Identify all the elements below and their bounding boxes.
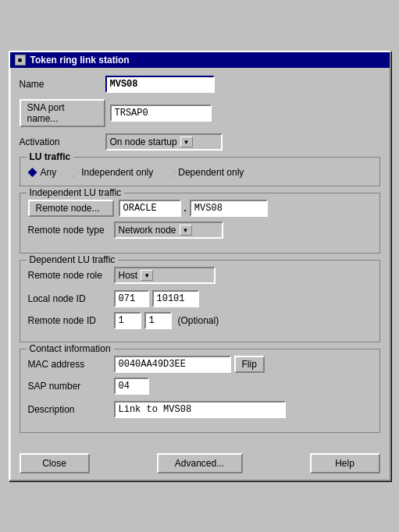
name-label: Name — [20, 79, 105, 90]
sap-label: SAP number — [28, 381, 114, 392]
remote-node-type-dropdown[interactable]: Network node ▼ — [114, 222, 223, 239]
remote-node-type-value: Network node — [119, 225, 176, 236]
dependent-lu-label: Dependent LU traffic — [27, 254, 119, 265]
contact-group: Contact information MAC address Flip SAP… — [20, 349, 380, 433]
remote-node-type-row: Remote node type Network node ▼ — [28, 222, 372, 239]
sna-port-row: SNA port name... — [20, 99, 380, 127]
lu-traffic-label: LU traffic — [27, 151, 74, 162]
independent-label: Independent only — [81, 167, 153, 178]
local-node-id-row: Local node ID — [28, 290, 372, 307]
advanced-button[interactable]: Advanced... — [157, 453, 243, 473]
dependent-option[interactable]: Dependent only — [166, 167, 244, 178]
local-node-id-input1[interactable] — [114, 290, 149, 307]
window-icon[interactable]: ■ — [15, 55, 26, 66]
any-option[interactable]: Any — [28, 167, 57, 178]
flip-button[interactable]: Flip — [234, 356, 265, 373]
lu-traffic-group: LU traffic Any Independent only Dependen… — [20, 157, 380, 186]
remote-node-input2[interactable] — [190, 200, 268, 217]
mac-label: MAC address — [28, 359, 114, 370]
remote-node-role-label: Remote node role — [28, 270, 114, 281]
mac-input[interactable] — [114, 356, 231, 373]
title-bar-left: ■ Token ring link station — [15, 55, 130, 66]
remote-node-role-dropdown[interactable]: Host ▼ — [114, 267, 216, 284]
optional-text: (Optional) — [178, 315, 219, 326]
sap-row: SAP number — [28, 378, 372, 395]
activation-value: On node startup — [110, 137, 177, 147]
lu-traffic-options: Any Independent only Dependent only — [28, 167, 372, 178]
role-arrow[interactable]: ▼ — [141, 270, 153, 281]
name-row: Name — [20, 76, 380, 93]
activation-arrow[interactable]: ▼ — [180, 137, 193, 147]
name-input[interactable] — [105, 76, 215, 93]
sna-port-button[interactable]: SNA port name... — [20, 99, 105, 127]
dependent-radio[interactable] — [166, 168, 175, 177]
desc-input[interactable] — [114, 401, 286, 418]
desc-label: Description — [28, 404, 114, 415]
remote-node-role-row: Remote node role Host ▼ — [28, 267, 372, 284]
remote-node-id-row: Remote node ID (Optional) — [28, 312, 372, 329]
title-bar: ■ Token ring link station — [10, 52, 390, 68]
remote-node-input1[interactable] — [119, 200, 181, 217]
remote-node-row: Remote node... . — [28, 200, 372, 217]
activation-row: Activation On node startup ▼ — [20, 133, 380, 151]
window-title: Token ring link station — [30, 55, 130, 66]
independent-radio[interactable] — [69, 168, 78, 177]
desc-row: Description — [28, 401, 372, 418]
remote-node-id-label: Remote node ID — [28, 315, 114, 326]
sna-port-input[interactable] — [110, 105, 212, 122]
mac-row: MAC address Flip — [28, 356, 372, 373]
sap-input[interactable] — [114, 378, 149, 395]
dot-separator: . — [184, 203, 187, 214]
remote-node-button[interactable]: Remote node... — [28, 200, 114, 217]
main-window: ■ Token ring link station Name SNA port … — [9, 51, 391, 481]
dependent-label: Dependent only — [178, 167, 244, 178]
remote-node-type-label: Remote node type — [28, 225, 114, 236]
independent-lu-group: Independent LU traffic Remote node... . … — [20, 193, 380, 254]
remote-node-id-input2[interactable] — [144, 312, 172, 329]
any-radio[interactable] — [28, 168, 37, 177]
remote-node-id-input1[interactable] — [114, 312, 141, 329]
form-content: Name SNA port name... Activation On node… — [10, 68, 390, 447]
any-label: Any — [41, 167, 57, 178]
activation-dropdown[interactable]: On node startup ▼ — [105, 133, 223, 151]
independent-option[interactable]: Independent only — [69, 167, 153, 178]
dependent-lu-group: Dependent LU traffic Remote node role Ho… — [20, 260, 380, 342]
activation-label: Activation — [20, 137, 105, 147]
help-button[interactable]: Help — [310, 453, 380, 473]
remote-type-arrow[interactable]: ▼ — [180, 225, 192, 236]
local-node-id-input2[interactable] — [152, 290, 199, 307]
independent-lu-label: Independent LU traffic — [27, 187, 125, 198]
contact-group-label: Contact information — [27, 343, 114, 354]
local-node-id-label: Local node ID — [28, 293, 114, 304]
close-button[interactable]: Close — [20, 453, 90, 473]
bottom-buttons: Close Advanced... Help — [10, 447, 390, 480]
remote-node-role-value: Host — [119, 270, 138, 281]
